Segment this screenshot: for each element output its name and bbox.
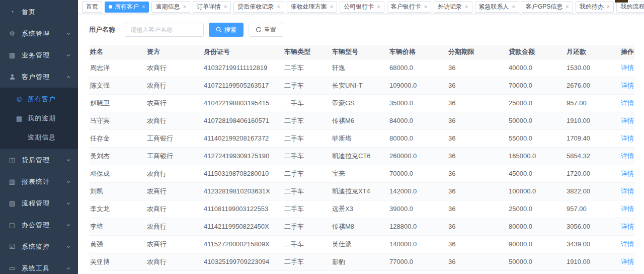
report-icon: ▥ <box>8 178 16 185</box>
tab-close-icon[interactable]: × <box>377 4 380 10</box>
tab[interactable]: 所有客户× <box>105 2 149 13</box>
tab[interactable]: 催收处理方案× <box>287 2 337 13</box>
tab-close-icon[interactable]: × <box>465 4 468 10</box>
cell-vehicle-model: 轩逸 <box>331 59 388 77</box>
sidebar-item[interactable]: ◫贷后管理 <box>0 149 78 171</box>
cell-term: 36 <box>447 112 508 129</box>
cell-term: 36 <box>447 218 508 235</box>
cell-vehicle-model: 传祺M6 <box>331 112 388 129</box>
table-row: 李文龙农商行411081199003122553二手车远景X339000.036… <box>89 200 635 218</box>
reset-button[interactable]: 重置 <box>249 23 283 37</box>
cell-loan-amount: 90000.0 <box>508 235 566 253</box>
cell-funder: 农商行 <box>146 182 203 200</box>
detail-link[interactable]: 详情 <box>621 117 634 124</box>
sidebar-subitem[interactable]: ©所有客户 <box>0 90 78 109</box>
chevron-down-icon <box>66 53 71 58</box>
sidebar-item[interactable]: ▢办公管理 <box>0 214 78 236</box>
tab-close-icon[interactable]: × <box>183 4 186 10</box>
sidebar-item[interactable]: 客户管理 <box>0 66 78 88</box>
search-button[interactable]: 搜索 <box>209 23 244 37</box>
detail-link[interactable]: 详情 <box>621 187 634 195</box>
flow-icon: ▧ <box>8 199 16 207</box>
detail-link[interactable]: 详情 <box>621 258 634 265</box>
tab-close-icon[interactable]: × <box>224 4 227 10</box>
cell-vehicle-model: 传祺M8 <box>331 218 388 235</box>
detail-link[interactable]: 详情 <box>621 99 634 107</box>
tab-label: 外访记录 <box>438 3 462 11</box>
sidebar-item[interactable]: ▭系统工具 <box>0 257 78 274</box>
tab-close-icon[interactable]: × <box>566 4 569 10</box>
detail-link[interactable]: 详情 <box>621 152 634 160</box>
sidebar-item[interactable]: ☑系统监控 <box>0 236 78 257</box>
cell-funder: 农商行 <box>146 200 203 218</box>
chevron-down-icon <box>66 179 71 184</box>
app-window: ◔首页⚙系统管理▦业务管理客户管理©所有客户▤我的逾期逾期信息◫贷后管理▥报表统… <box>0 0 644 274</box>
cell-loan-amount: 25000.0 <box>508 94 566 112</box>
cell-name: 吴刘杰 <box>89 147 146 165</box>
search-form: 用户名称 搜索 重置 <box>89 23 635 37</box>
tab-close-icon[interactable]: × <box>512 4 515 10</box>
table-header-row: 姓名资方身份证号车辆类型车辆型号车辆价格分期期限贷款金额月还款操作 <box>89 45 635 59</box>
tab-close-icon[interactable]: × <box>330 4 333 10</box>
sidebar-item[interactable]: ▧流程管理 <box>0 192 78 214</box>
tab[interactable]: 订单详情× <box>193 2 231 13</box>
chevron-up-icon <box>66 75 71 80</box>
cell-action: 详情 <box>612 112 635 129</box>
sidebar-item[interactable]: ◔首页 <box>0 1 78 23</box>
tab[interactable]: 外访记录× <box>434 2 472 13</box>
tab[interactable]: 公司银行卡× <box>340 2 384 13</box>
cell-name: 陈文强 <box>89 77 146 94</box>
sidebar-item-label: 流程管理 <box>22 199 66 208</box>
detail-link[interactable]: 详情 <box>621 82 634 89</box>
cell-vehicle-type: 二手车 <box>283 112 331 129</box>
cell-action: 详情 <box>612 165 635 182</box>
detail-link[interactable]: 详情 <box>621 134 634 142</box>
tab-close-icon[interactable]: × <box>607 4 610 10</box>
detail-link[interactable]: 详情 <box>621 170 634 177</box>
sidebar-subitem[interactable]: 逾期信息 <box>0 128 78 147</box>
tab[interactable]: 我的流程× <box>616 2 644 13</box>
cell-term: 36 <box>447 59 508 77</box>
tab[interactable]: 首页 <box>82 2 102 13</box>
tab[interactable]: 紧急联系人× <box>475 2 519 13</box>
customer-name-input[interactable] <box>125 23 204 37</box>
sidebar-item[interactable]: ▦业务管理 <box>0 44 78 66</box>
tab-close-icon[interactable]: × <box>424 4 427 10</box>
search-icon <box>216 27 222 33</box>
cell-action: 详情 <box>612 94 635 112</box>
cell-funder: 农商行 <box>146 253 203 270</box>
cell-vehicle-price: 68000.0 <box>388 59 447 77</box>
cell-funder: 农商行 <box>146 270 203 274</box>
table-row: 李培农商行41142119950822450X二手车传祺M8128800.036… <box>89 218 635 235</box>
sidebar-menu: ◔首页⚙系统管理▦业务管理客户管理©所有客户▤我的逾期逾期信息◫贷后管理▥报表统… <box>0 0 78 274</box>
tab[interactable]: 我的待办× <box>576 2 614 13</box>
cell-vehicle-price: 35000.0 <box>388 94 447 112</box>
cell-loan-amount: 55000.0 <box>508 129 566 147</box>
column-header: 身份证号 <box>203 45 283 59</box>
cell-monthly-payment: 2293.00 <box>566 270 612 274</box>
cell-vehicle-type: 二手车 <box>283 200 331 218</box>
sidebar-item-label: 办公管理 <box>22 221 66 230</box>
sidebar-subitem[interactable]: ▤我的逾期 <box>0 109 78 128</box>
tab-bar: 首页所有客户×逾期信息×订单详情×贷后催收记录×催收处理方案×公司银行卡×客户银… <box>78 0 644 14</box>
sidebar-item[interactable]: ▥报表统计 <box>0 171 78 192</box>
tab[interactable]: 客户GPS信息× <box>522 2 573 13</box>
detail-link[interactable]: 详情 <box>621 205 634 213</box>
table-row: 邓保成农商行411503198708280010二手车宝来70000.03645… <box>89 165 635 182</box>
tab[interactable]: 客户银行卡× <box>387 2 431 13</box>
detail-link[interactable]: 详情 <box>621 223 634 230</box>
cell-loan-amount: 40000.0 <box>508 59 566 77</box>
sidebar-item-label: 系统工具 <box>22 264 66 273</box>
cell-id-number: 41142119950822450X <box>203 218 283 235</box>
refresh-icon <box>256 27 262 33</box>
detail-link[interactable]: 详情 <box>621 240 634 248</box>
tab-close-icon[interactable]: × <box>142 4 145 10</box>
tab-close-icon[interactable]: × <box>277 4 280 10</box>
table-row: 刘凯农商行41232819810203631X二手车凯迪拉克XT4142000.… <box>89 182 635 200</box>
cell-funder: 工商银行 <box>146 129 203 147</box>
sidebar-item[interactable]: ⚙系统管理 <box>0 23 78 44</box>
detail-link[interactable]: 详情 <box>621 64 634 72</box>
tab[interactable]: 逾期信息× <box>151 2 190 13</box>
cell-funder: 农商行 <box>146 94 203 112</box>
tab[interactable]: 贷后催收记录× <box>233 2 284 13</box>
